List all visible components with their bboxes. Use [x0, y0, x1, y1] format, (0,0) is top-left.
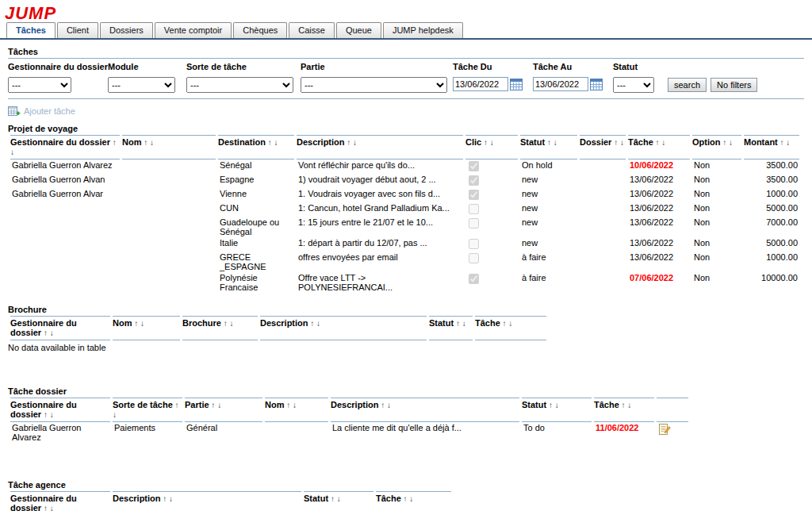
column-header-statut[interactable]: Statut ↑ ↓	[304, 491, 373, 511]
sort-arrows-icon[interactable]: ↑ ↓	[778, 138, 791, 147]
filter-field-sorte-de-tache: Sorte de tâche---	[186, 62, 297, 93]
cell-gestionnaire-du-dossier	[10, 217, 120, 237]
header-row: Gestionnaire du dossier ↑ ↓Nom ↑ ↓Brochu…	[10, 316, 546, 340]
column-header-tache[interactable]: Tâche ↑ ↓	[628, 135, 690, 159]
tab-vente-comptoir[interactable]: Vente comptoir	[155, 22, 232, 38]
add-task-link[interactable]: Ajouter tâche	[8, 106, 75, 117]
tab-dossiers[interactable]: Dossiers	[100, 22, 153, 38]
column-header-tache[interactable]: Tâche ↑ ↓	[594, 398, 654, 422]
tache-du-input[interactable]	[453, 77, 508, 91]
column-header-description[interactable]: Description ↑ ↓	[297, 135, 463, 159]
sort-arrows-icon[interactable]: ↑ ↓	[132, 319, 144, 328]
sort-arrows-icon[interactable]: ↑ ↓	[161, 494, 174, 503]
column-header-statut[interactable]: Statut ↑ ↓	[520, 135, 577, 159]
partie-select[interactable]: ---	[301, 77, 447, 93]
sort-arrows-icon[interactable]: ↑ ↓	[454, 319, 466, 328]
filter-field-partie: Partie---	[301, 62, 450, 93]
column-header-montant[interactable]: Montant ↑ ↓	[744, 135, 799, 159]
cell-montant: 5000.00	[744, 237, 799, 252]
cell-statut: To do	[522, 422, 592, 443]
filter-control	[453, 77, 530, 91]
cell-tache: 10/06/2022	[628, 159, 690, 174]
sort-arrows-icon[interactable]: ↑ ↓	[328, 494, 341, 503]
column-header-gestionnaire-du-dossier[interactable]: Gestionnaire du dossier ↑ ↓	[10, 135, 120, 159]
filters-section: Tâches Gestionnaire du dossier---Module-…	[8, 47, 804, 99]
projet-table: Gestionnaire du dossier ↑ ↓Nom ↑ ↓Destin…	[8, 135, 802, 293]
column-header-gestionnaire-du-dossier[interactable]: Gestionnaire du dossier ↑ ↓	[10, 491, 110, 511]
column-header-option[interactable]: Option ↑ ↓	[692, 135, 741, 159]
column-header-description[interactable]: Description ↑ ↓	[260, 316, 427, 340]
module-select[interactable]: ---	[108, 77, 175, 93]
column-header-partie[interactable]: Partie ↑ ↓	[185, 398, 262, 422]
column-header-statut[interactable]: Statut ↑ ↓	[522, 398, 592, 422]
sort-arrows-icon[interactable]: ↑ ↓	[653, 138, 666, 147]
column-header-gestionnaire-du-dossier[interactable]: Gestionnaire du dossier ↑ ↓	[10, 398, 110, 422]
column-header-sorte-de-tache[interactable]: Sorte de tâche ↑ ↓	[113, 398, 182, 422]
sort-arrows-icon[interactable]: ↑ ↓	[209, 401, 222, 409]
sort-arrows-icon[interactable]: ↑ ↓	[720, 138, 733, 147]
cell-dossier	[580, 252, 626, 272]
column-label: Brochure	[182, 318, 221, 328]
sort-arrows-icon[interactable]: ↑ ↓	[284, 401, 297, 409]
sort-arrows-icon[interactable]: ↑ ↓	[379, 401, 392, 409]
column-label: Statut	[429, 318, 454, 328]
search-button[interactable]: search	[668, 78, 707, 92]
sort-arrows-icon[interactable]: ↑ ↓	[41, 504, 54, 511]
column-header-description[interactable]: Description ↑ ↓	[113, 491, 301, 511]
sort-arrows-icon[interactable]: ↑ ↓	[141, 138, 154, 147]
column-header-nom[interactable]: Nom ↑ ↓	[265, 398, 328, 422]
sort-arrows-icon[interactable]: ↑ ↓	[308, 319, 321, 328]
table-row: CUN1: Cancun, hotel Grand Palladium Ka..…	[10, 202, 799, 217]
sort-arrows-icon[interactable]: ↑ ↓	[221, 319, 234, 328]
tab-bar: TâchesClientDossiersVente comptoirChèque…	[0, 22, 812, 40]
calendar-icon[interactable]	[510, 79, 523, 90]
sort-arrows-icon[interactable]: ↑ ↓	[619, 401, 632, 409]
column-label: Nom	[122, 137, 141, 147]
cell-nom	[122, 217, 216, 237]
column-label: Description	[297, 137, 345, 147]
column-header-clic[interactable]: Clic ↑ ↓	[465, 135, 518, 159]
column-header-statut[interactable]: Statut ↑ ↓	[429, 316, 473, 340]
sort-arrows-icon[interactable]: ↑ ↓	[345, 138, 358, 147]
column-header-description[interactable]: Description ↑ ↓	[331, 398, 519, 422]
sort-arrows-icon[interactable]: ↑ ↓	[266, 138, 278, 147]
note-icon[interactable]	[658, 423, 671, 436]
tab-caisse[interactable]: Caisse	[289, 22, 335, 38]
sort-arrows-icon[interactable]: ↑ ↓	[41, 328, 54, 337]
statut-select[interactable]: ---	[613, 77, 654, 93]
clic-checkbox	[469, 253, 479, 263]
column-header-dossier[interactable]: Dossier ↑ ↓	[580, 135, 626, 159]
column-header-tache[interactable]: Tâche ↑ ↓	[475, 316, 546, 340]
gestionnaire-du-dossier-select[interactable]: ---	[8, 77, 71, 93]
tab-cheques[interactable]: Chèques	[233, 22, 287, 38]
cell-clic	[465, 202, 518, 217]
sort-arrows-icon[interactable]: ↑ ↓	[41, 410, 54, 419]
sort-arrows-icon[interactable]: ↑ ↓	[401, 494, 414, 503]
column-header-destination[interactable]: Destination ↑ ↓	[218, 135, 294, 159]
column-header-nom[interactable]: Nom ↑ ↓	[113, 316, 180, 340]
no-filters-button[interactable]: No filters	[710, 78, 757, 92]
column-header-brochure[interactable]: Brochure ↑ ↓	[182, 316, 258, 340]
sorte-de-tache-select[interactable]: ---	[186, 77, 293, 93]
sort-arrows-icon[interactable]: ↑ ↓	[500, 319, 513, 328]
tab-jump-helpdesk[interactable]: JUMP helpdesk	[383, 22, 463, 38]
clic-checkbox	[469, 161, 479, 171]
sort-arrows-icon[interactable]: ↑ ↓	[545, 138, 557, 147]
column-header-gestionnaire-du-dossier[interactable]: Gestionnaire du dossier ↑ ↓	[10, 316, 110, 340]
cell-destination: Sénégal	[218, 159, 294, 174]
column-header-nom[interactable]: Nom ↑ ↓	[122, 135, 216, 159]
column-header-tache[interactable]: Tâche ↑ ↓	[376, 491, 451, 511]
column-label: Partie	[185, 400, 209, 409]
filter-label: Statut	[613, 62, 661, 71]
tab-queue[interactable]: Queue	[336, 22, 381, 38]
cell-dossier	[580, 237, 626, 252]
sort-arrows-icon[interactable]: ↑ ↓	[481, 138, 494, 147]
filter-control: ---	[613, 77, 661, 93]
sort-arrows-icon[interactable]: ↑ ↓	[546, 401, 559, 409]
tab-taches[interactable]: Tâches	[6, 22, 56, 38]
clic-checkbox	[469, 218, 479, 229]
tab-client[interactable]: Client	[57, 22, 98, 38]
calendar-icon[interactable]	[590, 79, 603, 90]
tache-au-input[interactable]	[533, 77, 588, 91]
sort-arrows-icon[interactable]: ↑ ↓	[611, 138, 624, 147]
